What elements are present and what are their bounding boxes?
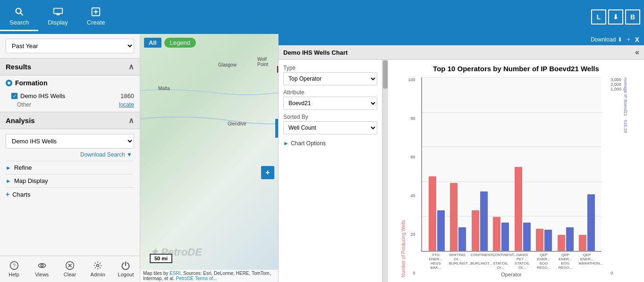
date-filter-select[interactable]: Past Year Past Month Past Week Custom — [6, 39, 134, 53]
city-wolf-point: WolfPoint — [257, 57, 268, 67]
map-top-bar: All Legend — [144, 38, 196, 48]
refine-arrow: ► — [6, 165, 11, 171]
map-right-accent — [275, 119, 278, 138]
download-search-link[interactable]: Download Search ▼ — [6, 151, 134, 158]
well-row-demo: ✓ Demo IHS Wells 1860 — [0, 91, 140, 100]
svg-text:?: ? — [13, 263, 16, 268]
svg-rect-3 — [56, 14, 60, 15]
bar-blue-7 — [587, 194, 595, 251]
views-button[interactable]: Views — [28, 259, 56, 279]
tab-display-label: Display — [48, 19, 68, 26]
map-display-arrow: ► — [6, 178, 11, 184]
nav-right-buttons: L ⬇ B — [591, 9, 644, 25]
x-label-bot-0: HESS BAK... — [427, 261, 444, 270]
bar-pink-5 — [536, 229, 543, 251]
petrode-terms-link[interactable]: PetroDE Terms of — [176, 276, 213, 281]
bar-group-1 — [450, 183, 466, 251]
chart-options-arrow: ► — [283, 140, 289, 147]
sorted-by-label: Sorted By — [283, 114, 377, 120]
locate-link[interactable]: locate — [119, 101, 134, 108]
y-left-label: Number of Producing Wells — [401, 77, 406, 277]
bar-group-3 — [493, 217, 509, 251]
map-zoom-in-btn[interactable]: + — [261, 166, 274, 179]
nav-btn-download[interactable]: ⬇ — [608, 9, 623, 25]
sorted-by-option: Sorted By Well Count Average IP — [283, 114, 377, 134]
sorted-by-select[interactable]: Well Count Average IP — [283, 121, 377, 134]
bar-pink-1 — [450, 183, 458, 251]
analysis-header: Analysis ∧ — [0, 112, 140, 129]
x-label-top-2: CONTINENT... — [470, 253, 487, 261]
download-btn[interactable]: Download ⬇ — [591, 36, 622, 43]
admin-button[interactable]: Admin — [84, 259, 112, 279]
esri-link[interactable]: ESRI — [169, 271, 180, 276]
x-label-top-3: CONTINENT... — [492, 253, 509, 261]
results-header: Results ∧ — [0, 58, 140, 75]
help-button[interactable]: ? Help — [0, 259, 28, 279]
x-circle-icon — [65, 261, 75, 270]
x-label-bot-6: EOG RESO... — [557, 261, 574, 270]
y-axis-right-inner: 3,000 2,000 1,000 0 Average IP Boevd21 6… — [610, 77, 628, 277]
date-filter-section: Past Year Past Month Past Week Custom — [0, 34, 140, 58]
map-attribution: Map tiles by ESRI, Sources: Esri, DeLorm… — [140, 270, 278, 282]
chart-area: Top 10 Operators by Number of IP Boevd21… — [388, 60, 644, 282]
map-display-label: Map Display — [14, 177, 48, 184]
bar-group-4 — [515, 167, 531, 251]
tab-display[interactable]: Display — [38, 3, 77, 31]
attribute-select[interactable]: Boevd21 IP30 IP60 IP90 — [283, 97, 377, 110]
type-select[interactable]: Top Operator Top Formation Time Series — [283, 72, 377, 85]
eye-icon — [37, 261, 47, 270]
type-label: Type — [283, 65, 377, 71]
clear-button[interactable]: Clear — [56, 259, 84, 279]
svg-point-11 — [41, 265, 43, 267]
formation-row: Formation — [0, 75, 140, 91]
city-glendive: Glendive — [228, 121, 246, 126]
map-area: Malta Glasgow WolfPoint Glendive Minot B… — [140, 34, 278, 282]
chart-panel-header: Demo IHS Wells Chart « — [279, 45, 644, 60]
analysis-collapse-btn[interactable]: ∧ — [128, 116, 134, 125]
y-right-ticks: 3,000 2,000 1,000 0 — [610, 77, 621, 277]
x-label-top-6: QEP ENER... — [557, 253, 574, 261]
tab-create-label: Create — [87, 19, 105, 26]
panel-scrollbar[interactable] — [382, 60, 388, 282]
bar-blue-0 — [437, 210, 445, 251]
demo-wells-checkbox[interactable]: ✓ — [11, 93, 17, 99]
refine-expand[interactable]: ► Refine — [6, 161, 134, 174]
map-display-expand[interactable]: ► Map Display — [6, 174, 134, 187]
bar-blue-5 — [544, 230, 552, 251]
formation-radio[interactable] — [6, 80, 12, 86]
download-bar-plus[interactable]: + — [627, 36, 630, 43]
chart-with-axes: Number of Producing Wells 100 80 60 40 2… — [395, 77, 637, 277]
map-legend-button[interactable]: Legend — [164, 38, 196, 48]
analysis-dataset-select[interactable]: Demo IHS Wells — [6, 134, 134, 149]
results-collapse-btn[interactable]: ∧ — [128, 62, 134, 71]
x-label-bot-1: BURLINGT... — [449, 261, 466, 270]
logout-button[interactable]: Logout — [112, 259, 140, 279]
charts-plus: + — [6, 191, 9, 198]
svg-rect-4 — [57, 15, 59, 16]
bar-groups — [422, 77, 602, 251]
bar-blue-6 — [566, 227, 574, 251]
type-option: Type Top Operator Top Formation Time Ser… — [283, 65, 377, 85]
chart-options-panel: Type Top Operator Top Formation Time Ser… — [279, 60, 382, 282]
x-label-top-5: QEP ENER... — [535, 253, 552, 261]
analysis-title: Analysis — [6, 116, 35, 124]
scale-bar: 50 mi — [150, 254, 172, 263]
x-label-top-1: WHITING OI... — [449, 253, 466, 261]
tab-search-label: Search — [9, 19, 29, 26]
nav-btn-b[interactable]: B — [625, 9, 640, 25]
chart-panel-body: Type Top Operator Top Formation Time Ser… — [279, 60, 644, 282]
chart-options-toggle[interactable]: ► Chart Options — [283, 140, 377, 147]
svg-point-15 — [97, 265, 99, 267]
download-bar-close[interactable]: X — [635, 36, 639, 43]
chart-right-panel: Download ⬇ + X Demo IHS Wells Chart « Ty… — [278, 34, 644, 282]
bar-blue-2 — [480, 191, 488, 251]
charts-expand[interactable]: + Charts — [6, 187, 134, 201]
map-all-button[interactable]: All — [144, 38, 161, 48]
y-axis-right-container: 3,000 2,000 1,000 0 Average IP Boevd21 6… — [602, 77, 637, 277]
nav-btn-l[interactable]: L — [591, 9, 606, 25]
download-bar: Download ⬇ + X — [279, 34, 644, 45]
tab-create[interactable]: Create — [77, 3, 115, 31]
chart-collapse-btn[interactable]: « — [635, 48, 639, 57]
tab-search[interactable]: Search — [0, 3, 38, 31]
chart-title: Top 10 Operators by Number of IP Boevd21… — [395, 65, 637, 73]
